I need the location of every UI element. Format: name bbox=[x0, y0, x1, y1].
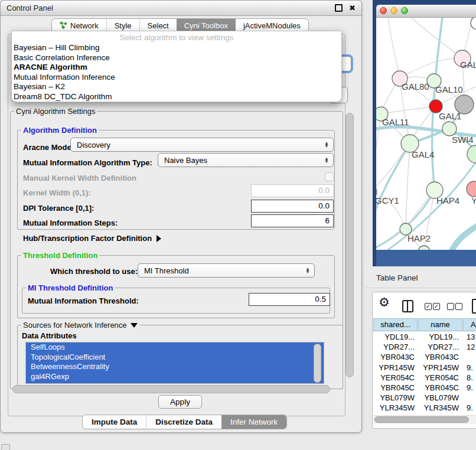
expanded-arrow-icon[interactable] bbox=[131, 323, 138, 328]
cell: YBR043C bbox=[418, 352, 462, 362]
manual-kernel-width-checkbox[interactable] bbox=[325, 172, 334, 181]
list-scrollbar[interactable] bbox=[314, 344, 321, 383]
edge[interactable] bbox=[406, 144, 410, 229]
list-item-topologicalcoefficient[interactable]: TopologicalCoefficient bbox=[26, 353, 324, 363]
network-canvas[interactable]: GAL GAL80 GAL10 GAL1 GAL11 SWI4 GAL4 GCY… bbox=[376, 18, 476, 250]
which-threshold-select[interactable]: MI Threshold ▲▼ bbox=[138, 263, 315, 278]
edge[interactable] bbox=[388, 18, 400, 79]
kernel-width-field[interactable]: 0.0 bbox=[251, 184, 334, 197]
apply-button[interactable]: Apply bbox=[158, 395, 202, 409]
column-header-partial[interactable]: A bbox=[463, 318, 476, 331]
resize-grip[interactable] bbox=[1, 444, 10, 450]
tab-style-label: Style bbox=[115, 21, 132, 30]
table-row[interactable]: YDR27...YDR27...12 bbox=[373, 342, 476, 352]
dropdown-item-dream8[interactable]: Dream8 DC_TDC Algorithm bbox=[12, 92, 341, 102]
sources-title-label: Sources for Network Inference bbox=[23, 321, 127, 330]
mi-steps-label: Mutual Information Steps: bbox=[23, 219, 118, 227]
mi-algorithm-type-value: Naive Bayes bbox=[164, 156, 324, 165]
list-item-gal4rgexp[interactable]: gal4RGexp bbox=[26, 372, 324, 382]
export-table-icon[interactable] bbox=[472, 299, 476, 314]
table-header: shared... name A bbox=[373, 318, 476, 331]
table-row[interactable]: YBR043CYBR043C bbox=[373, 352, 476, 362]
deselect-all-checkbox-icon[interactable] bbox=[447, 303, 454, 310]
column-header-shared-name[interactable]: shared... bbox=[373, 318, 418, 331]
edge[interactable] bbox=[376, 114, 381, 192]
tab-select-label: Select bbox=[148, 21, 169, 30]
zoom-button[interactable] bbox=[401, 7, 408, 14]
column-header-name[interactable]: name bbox=[418, 318, 462, 331]
table-scrollbar-thumb[interactable] bbox=[374, 416, 469, 423]
edge[interactable] bbox=[376, 144, 410, 221]
table-row[interactable]: YBR045CYBR045C9. bbox=[373, 383, 476, 393]
hub-definition-label: Hub/Transcription Factor Definition bbox=[23, 234, 152, 243]
node-partial-top-right[interactable] bbox=[471, 18, 476, 30]
aracne-mode-select[interactable]: Discovery ▲▼ bbox=[70, 138, 334, 152]
cell: YDL19... bbox=[418, 332, 462, 342]
aracne-mode-label: Aracne Mode: bbox=[23, 143, 74, 152]
table-row[interactable]: YER054CYER054C8. bbox=[373, 373, 476, 383]
cell: YPR145W bbox=[373, 363, 418, 373]
gear-icon[interactable]: ⚙ bbox=[379, 296, 390, 308]
columns-icon[interactable] bbox=[402, 300, 413, 312]
table-row[interactable]: YDL19...YDL19...13 bbox=[373, 332, 476, 342]
node-y-partial[interactable] bbox=[467, 181, 476, 197]
cell: 13 bbox=[462, 332, 476, 342]
data-attributes-label: Data Attributes bbox=[22, 331, 77, 340]
tab-impute-data[interactable]: Impute Data bbox=[83, 415, 146, 429]
cell: 9. bbox=[462, 363, 476, 373]
table-horizontal-scrollbar[interactable] bbox=[373, 415, 476, 424]
aracne-mode-value: Discovery bbox=[77, 141, 324, 149]
node-partial-bottom[interactable] bbox=[418, 246, 430, 250]
node-partial-right-green[interactable] bbox=[467, 145, 476, 163]
cell: YER054C bbox=[373, 373, 418, 383]
network-icon bbox=[60, 21, 67, 31]
hub-definition-toggle[interactable]: Hub/Transcription Factor Definition bbox=[23, 234, 161, 243]
edge[interactable] bbox=[452, 226, 476, 250]
backdrop-shade bbox=[373, 0, 476, 5]
close-button[interactable] bbox=[380, 7, 387, 14]
node-label: HAP2 bbox=[407, 233, 431, 243]
table-panel: ⚙ ✓ ✓ shared... name A YDL19...YDL19...1… bbox=[372, 292, 476, 429]
settings-vertical-scrollbar[interactable] bbox=[345, 113, 354, 377]
list-item-betweennesscentrality[interactable]: BetweennessCentrality bbox=[26, 362, 324, 372]
cell: 9. bbox=[462, 403, 476, 413]
list-item-selfloops[interactable]: SelfLoops bbox=[26, 343, 324, 353]
deselect-all-checkbox-icon[interactable] bbox=[455, 303, 462, 310]
dpi-tolerance-field[interactable]: 0.0 bbox=[251, 200, 334, 213]
mi-steps-field[interactable]: 6 bbox=[251, 214, 334, 227]
dropdown-item-basic-correlation[interactable]: Basic Correlation Inference bbox=[12, 53, 341, 63]
node-swi4[interactable] bbox=[442, 122, 457, 136]
node-label: GAL bbox=[460, 60, 476, 70]
node-label: GAL80 bbox=[402, 81, 429, 92]
tab-infer-network[interactable]: Infer Network bbox=[221, 415, 286, 429]
cyni-algorithm-settings-title: Cyni Algorithm Settings bbox=[14, 107, 97, 116]
network-graph: GAL GAL80 GAL10 GAL1 GAL11 SWI4 GAL4 GCY… bbox=[376, 18, 476, 250]
dropdown-item-aracne[interactable]: ARACNE Algorithm bbox=[12, 63, 341, 73]
table-row[interactable]: YPR145WYPR145W9. bbox=[373, 363, 476, 373]
tab-cyni-toolbox-label: Cyni Toolbox bbox=[184, 21, 228, 30]
minimize-button[interactable] bbox=[390, 7, 397, 14]
mi-threshold-definition-title: MI Threshold Definition bbox=[26, 283, 115, 292]
select-all-checkbox-icon[interactable]: ✓ bbox=[425, 303, 432, 310]
settings-horizontal-scrollbar[interactable] bbox=[12, 385, 330, 393]
tab-network-label: Network bbox=[70, 21, 99, 30]
dropdown-item-bayesian-hill-climbing[interactable]: Bayesian – Hill Climbing bbox=[12, 43, 341, 53]
combo-arrows-icon: ▲▼ bbox=[324, 142, 329, 148]
node-label: GAL4 bbox=[412, 149, 434, 159]
table-row[interactable]: YLR345WYLR345W9. bbox=[373, 403, 476, 413]
tab-discretize-data[interactable]: Discretize Data bbox=[146, 415, 221, 429]
edge[interactable] bbox=[381, 106, 436, 114]
cell: 9. bbox=[462, 383, 476, 393]
close-icon[interactable]: ✖ bbox=[349, 4, 356, 12]
mi-algorithm-type-select[interactable]: Naive Bayes ▲▼ bbox=[158, 153, 334, 167]
select-all-checkbox-icon[interactable]: ✓ bbox=[433, 303, 440, 310]
control-panel-titlebar: Control Panel ✖ bbox=[1, 1, 361, 16]
table-row[interactable]: YBL079WYBL079W bbox=[373, 393, 476, 403]
dropdown-item-mutual-information[interactable]: Mutual Information Inference bbox=[12, 73, 341, 83]
cyni-bottom-tabbar: Impute Data Discretize Data Infer Networ… bbox=[82, 415, 287, 429]
dropdown-item-bayesian-k2[interactable]: Bayesian – K2 bbox=[12, 82, 341, 92]
mi-threshold-field[interactable]: 0.5 bbox=[249, 293, 330, 306]
cell: YDL19... bbox=[373, 332, 418, 342]
float-window-icon[interactable] bbox=[335, 4, 343, 12]
table-panel-titlebar: Table Panel bbox=[365, 266, 476, 288]
